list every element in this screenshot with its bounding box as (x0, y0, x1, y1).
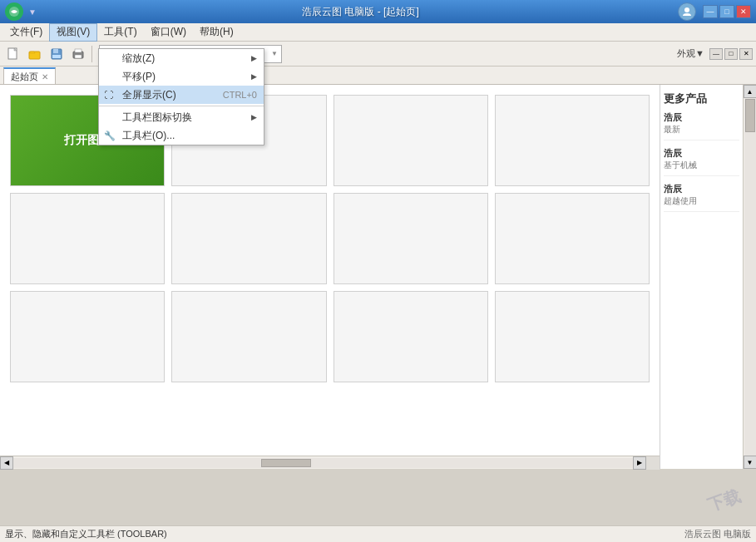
svg-rect-5 (53, 49, 58, 53)
toolbar-save[interactable] (47, 44, 67, 64)
file-cell-r1c4[interactable] (495, 95, 650, 186)
app-title: 浩辰云图 电脑版 - [起始页] (43, 5, 678, 19)
file-cell-r2c4[interactable] (495, 193, 650, 284)
file-cell-r3c3[interactable] (334, 291, 488, 382)
menu-pan-label: 平移(P) (122, 70, 156, 84)
v-scroll-thumb[interactable] (745, 99, 755, 132)
product-desc-2: 基于机械 (664, 160, 739, 170)
menu-zoom-arrow: ▶ (251, 54, 257, 62)
menu-zoom[interactable]: 缩放(Z) ▶ (99, 49, 264, 67)
menu-tools[interactable]: 工具(T) (97, 23, 143, 42)
minimize-button[interactable]: — (703, 5, 718, 18)
close-button[interactable]: ✕ (736, 5, 751, 18)
menu-sep-1 (99, 106, 264, 106)
product-desc-1: 最新 (664, 124, 739, 135)
product-item-2[interactable]: 浩辰 基于机械 (664, 147, 739, 176)
file-cell-r2c1[interactable] (10, 193, 165, 284)
toolbar-new[interactable] (3, 44, 23, 64)
svg-rect-9 (75, 55, 82, 58)
ext-max[interactable]: □ (724, 48, 738, 60)
menu-toolbar-settings[interactable]: 🔧 工具栏(O)... (99, 126, 264, 145)
svg-rect-8 (75, 49, 82, 52)
menu-pan[interactable]: 平移(P) ▶ (99, 67, 264, 86)
toolbar-separator-1 (91, 46, 92, 62)
toolbar-open[interactable] (25, 44, 45, 64)
h-scrollbar: ◀ ▶ (0, 456, 660, 469)
file-cell-r2c3[interactable] (334, 193, 488, 284)
toolbar-settings-icon: 🔧 (104, 131, 116, 141)
toolbar-right: 外观▼ — □ ✕ (677, 47, 753, 60)
product-name-1: 浩辰 (664, 111, 739, 124)
right-panel-title: 更多产品 (664, 91, 739, 106)
h-scroll-left[interactable]: ◀ (0, 456, 13, 470)
status-logo: 浩辰云图 电脑版 (684, 528, 751, 540)
product-name-2: 浩辰 (664, 147, 739, 160)
app-logo (5, 2, 23, 21)
menu-fullscreen[interactable]: ⛶ 全屏显示(C) CTRL+0 (99, 86, 264, 104)
h-scroll-corner (646, 456, 660, 470)
status-bar: 显示、隐藏和自定义工具栏 (TOOLBAR) 浩辰云图 电脑版 (0, 525, 756, 542)
menu-toolbar-icon-label: 工具栏图标切换 (122, 111, 192, 125)
menu-toolbar-icon[interactable]: 工具栏图标切换 ▶ (99, 108, 264, 126)
window-controls: — □ ✕ (703, 5, 751, 18)
v-scrollbar: ▲ ▼ (743, 85, 756, 469)
file-cell-r3c1[interactable] (10, 291, 165, 382)
product-item-3[interactable]: 浩辰 超越使用 (664, 183, 739, 212)
menu-pan-arrow: ▶ (251, 72, 257, 81)
menu-fullscreen-shortcut: CTRL+0 (223, 90, 257, 100)
dropdown-arrow: ▼ (271, 50, 278, 57)
v-scroll-down[interactable]: ▼ (744, 456, 757, 469)
maximize-button[interactable]: □ (719, 5, 734, 18)
h-scroll-right[interactable]: ▶ (633, 456, 646, 470)
svg-point-1 (684, 7, 689, 12)
menu-zoom-label: 缩放(Z) (122, 52, 155, 66)
tab-start[interactable]: 起始页 ✕ (3, 67, 56, 84)
file-cell-r1c3[interactable] (334, 95, 488, 186)
file-cell-r3c4[interactable] (495, 291, 650, 382)
menu-toolbar-icon-arrow: ▶ (251, 113, 257, 121)
svg-rect-6 (52, 55, 61, 58)
ext-min[interactable]: — (709, 48, 723, 60)
tab-start-close[interactable]: ✕ (42, 72, 48, 81)
status-text: 显示、隐藏和自定义工具栏 (TOOLBAR) (5, 528, 684, 540)
menu-view[interactable]: 视图(V) (49, 23, 97, 42)
file-cell-r2c2[interactable] (171, 193, 326, 284)
v-scroll-up[interactable]: ▲ (744, 85, 757, 98)
ext-label: 外观▼ (677, 47, 704, 60)
menu-toolbar-settings-label: 工具栏(O)... (122, 129, 175, 143)
view-dropdown-menu: 缩放(Z) ▶ 平移(P) ▶ ⛶ 全屏显示(C) CTRL+0 工具栏图标切换… (98, 48, 264, 145)
title-bar: ▼ 浩辰云图 电脑版 - [起始页] — □ ✕ (0, 0, 756, 23)
toolbar-print[interactable] (68, 44, 88, 64)
product-name-3: 浩辰 (664, 183, 739, 195)
watermark: 下载 (705, 485, 744, 517)
h-scroll-track[interactable] (13, 458, 633, 468)
fullscreen-icon: ⛶ (104, 90, 113, 100)
product-item-1[interactable]: 浩辰 最新 (664, 111, 739, 140)
menu-window[interactable]: 窗口(W) (144, 23, 193, 42)
menu-file[interactable]: 文件(F) (3, 23, 49, 42)
tab-start-label: 起始页 (11, 71, 38, 83)
h-scroll-thumb[interactable] (261, 459, 311, 467)
ext-close[interactable]: ✕ (739, 48, 753, 60)
v-scroll-track[interactable] (744, 98, 756, 456)
user-icon[interactable] (678, 2, 696, 21)
menu-fullscreen-label: 全屏显示(C) (122, 88, 176, 102)
right-panel: 更多产品 浩辰 最新 浩辰 基于机械 浩辰 超越使用 (660, 85, 743, 469)
title-arrow[interactable]: ▼ (28, 7, 37, 17)
product-desc-3: 超越使用 (664, 195, 739, 206)
menu-bar: 文件(F) 视图(V) 工具(T) 窗口(W) 帮助(H) (0, 23, 756, 42)
menu-help[interactable]: 帮助(H) (193, 23, 240, 42)
file-cell-r3c2[interactable] (171, 291, 326, 382)
